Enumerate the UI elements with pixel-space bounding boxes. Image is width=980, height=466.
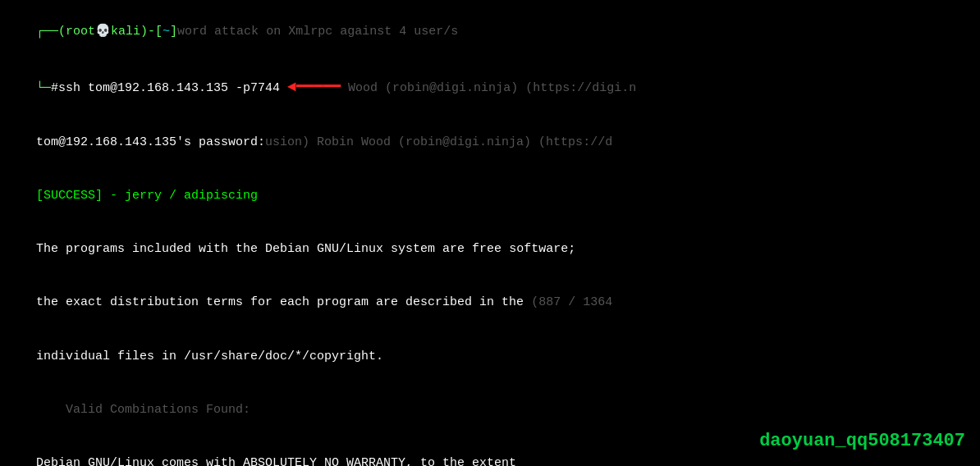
line-5: The programs included with the Debian GN…	[7, 222, 973, 276]
debian-warranty-1: Debian GNU/Linux comes with ABSOLUTELY N…	[36, 456, 516, 466]
software-text: software;	[501, 242, 575, 256]
ssh-command: ssh tom@192.168.143.135 -p7744	[58, 81, 287, 95]
skull-icon: 💀	[95, 25, 111, 39]
success-message: [SUCCESS] - jerry / adipiscing	[36, 189, 258, 203]
line-2: └─#ssh tom@192.168.143.135 -p7744 ◄━━━━━…	[7, 58, 973, 116]
prompt-bracket-open: ┌──(	[36, 25, 66, 39]
prompt-end: └─	[36, 81, 51, 95]
hostname-kali: kali	[111, 25, 140, 39]
line-3: tom@192.168.143.135's password:usion) Ro…	[7, 116, 973, 169]
line-6: the exact distribution terms for each pr…	[7, 276, 973, 330]
bg-text-1: word attack on Xmlrpc against 4 user/s	[177, 25, 458, 39]
line-7: individual files in /usr/share/doc/*/cop…	[7, 330, 973, 383]
prompt-bracket-dir: )-[	[140, 25, 163, 39]
password-prompt: tom@192.168.143.135's password:	[36, 135, 265, 149]
line-4: [SUCCESS] - jerry / adipiscing	[7, 169, 973, 222]
user-root: root	[66, 25, 95, 39]
bg-text-4: (887 / 1364	[524, 295, 612, 309]
prompt-bracket-close: ]	[170, 25, 177, 39]
prompt-hash: #	[51, 81, 58, 95]
bg-text-3: usion) Robin Wood (robin@digi.ninja) (ht…	[265, 135, 612, 149]
debian-msg-2: the exact distribution terms for each pr…	[36, 295, 524, 309]
bg-text-5: Valid Combinations Found:	[36, 403, 250, 417]
debian-msg-1: The programs included with the Debian GN…	[36, 242, 472, 256]
arrow-icon-1: ◄━━━━━	[287, 79, 341, 95]
bg-text-2: Wood (robin@digi.ninja) (https://digi.n	[341, 81, 636, 95]
free-text: free	[472, 242, 501, 256]
watermark: daoyuan_qq508173407	[759, 428, 965, 455]
current-dir: ~	[163, 25, 170, 39]
debian-msg-3: individual files in /usr/share/doc/*/cop…	[36, 350, 383, 363]
line-1: ┌──(root💀kali)-[~]word attack on Xmlrpc …	[7, 5, 973, 58]
terminal-window: ┌──(root💀kali)-[~]word attack on Xmlrpc …	[0, 0, 980, 466]
